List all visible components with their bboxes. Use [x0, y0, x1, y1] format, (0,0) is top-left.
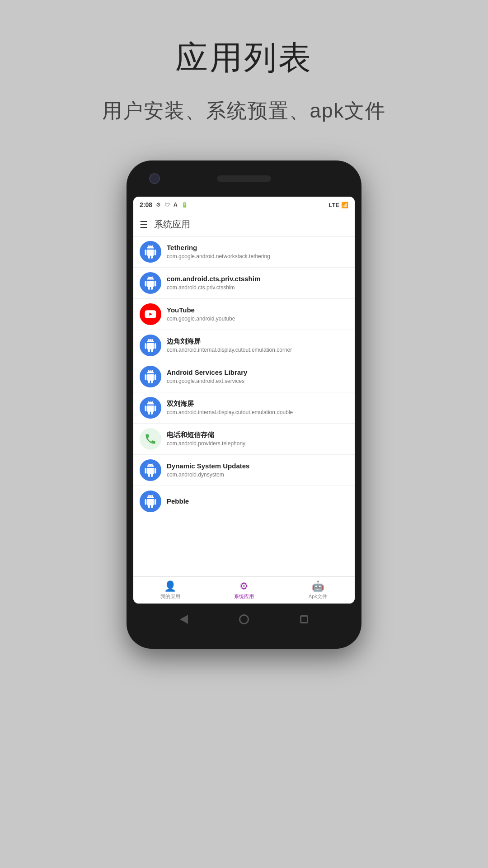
app-info: com.android.cts.priv.ctsshim com.android…: [167, 274, 348, 291]
phone-screen: 2:08 ⚙ 🛡 A 🔋 LTE 📶 ☰ 系统应用: [133, 197, 355, 604]
gear-icon: ⚙: [239, 580, 249, 592]
signal-icon: 📶: [341, 202, 348, 208]
app-info: 双刘海屏 com.android.internal.display.cutout…: [167, 399, 348, 416]
list-item[interactable]: Dynamic System Updates com.android.dynsy…: [133, 455, 355, 486]
app-info: YouTube com.google.android.youtube: [167, 306, 348, 322]
app-list[interactable]: Tethering com.google.android.networkstac…: [133, 236, 355, 576]
status-left: 2:08 ⚙ 🛡 A 🔋: [140, 201, 188, 208]
phone-shell: 2:08 ⚙ 🛡 A 🔋 LTE 📶 ☰ 系统应用: [127, 160, 361, 649]
app-bar: ☰ 系统应用: [133, 213, 355, 236]
app-name: com.android.cts.priv.ctsshim: [167, 274, 348, 283]
app-package: com.google.android.ext.services: [167, 378, 348, 385]
android-icon: [140, 366, 161, 387]
app-info: 电话和短信存储 com.android.providers.telephony: [167, 430, 348, 447]
app-name: Pebble: [167, 497, 348, 506]
person-icon: 👤: [164, 580, 176, 592]
status-bar: 2:08 ⚙ 🛡 A 🔋 LTE 📶: [133, 197, 355, 213]
app-package: com.google.android.networkstack.tetherin…: [167, 253, 348, 260]
app-name: 电话和短信存储: [167, 430, 348, 439]
shield-status-icon: 🛡: [164, 202, 170, 208]
nav-label-apk: Apk文件: [309, 593, 327, 600]
phone-top-bar: [127, 160, 361, 197]
app-info: Tethering com.google.android.networkstac…: [167, 243, 348, 260]
list-item[interactable]: 边角刘海屏 com.android.internal.display.cutou…: [133, 330, 355, 361]
list-item[interactable]: Tethering com.google.android.networkstac…: [133, 236, 355, 268]
page-title: 应用列表: [102, 36, 386, 80]
list-item[interactable]: YouTube com.google.android.youtube: [133, 299, 355, 330]
battery-status-icon: 🔋: [181, 202, 188, 208]
phone-bottom-nav: [127, 604, 361, 635]
app-name: Dynamic System Updates: [167, 462, 348, 471]
app-name: YouTube: [167, 306, 348, 315]
app-package: com.android.internal.display.cutout.emul…: [167, 347, 348, 354]
nav-item-my-apps[interactable]: 👤 我的应用: [133, 580, 207, 600]
app-name: 双刘海屏: [167, 399, 348, 408]
app-name: Android Services Library: [167, 368, 348, 377]
app-info: Pebble: [167, 497, 348, 506]
android-icon: [140, 241, 161, 263]
app-name: 边角刘海屏: [167, 337, 348, 346]
app-name: Tethering: [167, 243, 348, 252]
list-item[interactable]: Android Services Library com.google.andr…: [133, 361, 355, 392]
phone-speaker: [217, 175, 271, 182]
app-bar-title: 系统应用: [154, 218, 190, 231]
app-info: 边角刘海屏 com.android.internal.display.cutou…: [167, 337, 348, 354]
app-package: com.android.internal.display.cutout.emul…: [167, 409, 348, 416]
hamburger-icon[interactable]: ☰: [140, 219, 148, 230]
app-package: com.android.dynsystem: [167, 472, 348, 479]
youtube-icon: [140, 303, 161, 325]
list-item[interactable]: com.android.cts.priv.ctsshim com.android…: [133, 268, 355, 299]
nav-label-system-apps: 系统应用: [234, 593, 254, 600]
app-package: com.android.cts.priv.ctsshim: [167, 284, 348, 292]
page-subtitle: 用户安装、系统预置、apk文件: [102, 98, 386, 124]
list-item[interactable]: 双刘海屏 com.android.internal.display.cutout…: [133, 392, 355, 424]
nav-item-system-apps[interactable]: ⚙ 系统应用: [207, 580, 281, 600]
apk-android-icon: 🤖: [312, 580, 324, 592]
app-package: com.google.android.youtube: [167, 316, 348, 323]
network-type: LTE: [328, 202, 339, 208]
settings-status-icon: ⚙: [156, 202, 161, 208]
home-button[interactable]: [238, 613, 250, 626]
recents-button[interactable]: [298, 613, 310, 626]
phone-app-icon: [140, 428, 161, 450]
android-icon: [140, 335, 161, 356]
back-button[interactable]: [178, 613, 190, 626]
nav-label-my-apps: 我的应用: [160, 593, 180, 600]
nav-item-apk[interactable]: 🤖 Apk文件: [281, 580, 355, 600]
list-item[interactable]: 电话和短信存储 com.android.providers.telephony: [133, 424, 355, 455]
app-info: Android Services Library com.google.andr…: [167, 368, 348, 385]
status-right: LTE 📶: [328, 202, 348, 208]
page-header: 应用列表 用户安装、系统预置、apk文件: [102, 36, 386, 124]
android-icon: [140, 491, 161, 512]
android-icon: [140, 397, 161, 419]
bottom-nav: 👤 我的应用 ⚙ 系统应用 🤖 Apk文件: [133, 576, 355, 604]
android-icon: [140, 272, 161, 294]
a-status-icon: A: [174, 202, 178, 208]
list-item[interactable]: Pebble: [133, 486, 355, 517]
phone-camera: [149, 173, 160, 184]
android-icon: [140, 459, 161, 481]
app-package: com.android.providers.telephony: [167, 440, 348, 448]
app-info: Dynamic System Updates com.android.dynsy…: [167, 462, 348, 478]
status-time: 2:08: [140, 201, 152, 208]
